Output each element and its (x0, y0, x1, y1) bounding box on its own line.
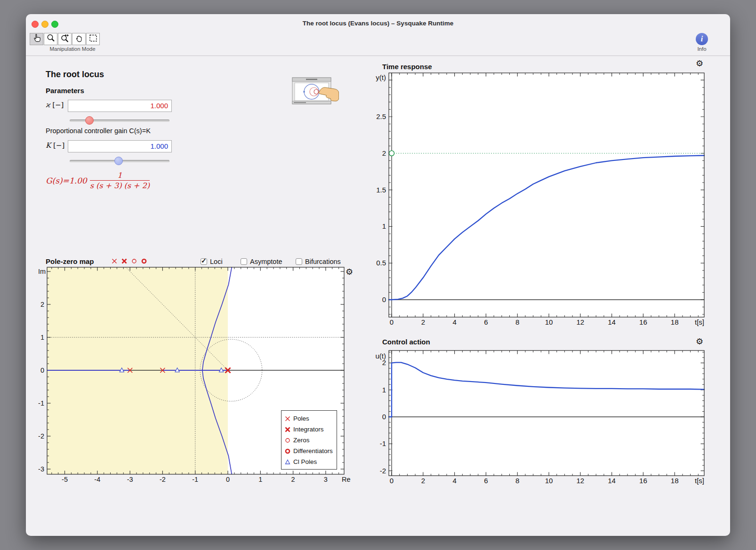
svg-text:Re: Re (342, 476, 351, 483)
info-button[interactable]: i (696, 33, 708, 45)
svg-text:0: 0 (226, 476, 230, 483)
magnifier-arrows-icon (60, 33, 70, 45)
time-response-plot[interactable]: 024681012141618t[s]00.511.522.5y(t) (356, 66, 711, 332)
toolbar-mode-label: Manipulation Mode (42, 46, 103, 52)
info-button-label: Info (696, 46, 708, 52)
differentiator-circle-icon (284, 448, 291, 454)
interactive-plot-hint-image (292, 77, 339, 109)
svg-text:12: 12 (576, 477, 584, 485)
svg-text:4: 4 (452, 477, 456, 485)
window-title: The root locus (Evans locus) – Sysquake … (26, 14, 730, 32)
svg-text:y(t): y(t) (376, 73, 386, 81)
svg-text:0: 0 (40, 367, 44, 374)
pole-zero-legend: Poles Integrators Zeros Differentiators … (281, 410, 337, 470)
page-title: The root locus (46, 70, 104, 80)
svg-text:2.5: 2.5 (376, 112, 386, 120)
k-slider-knob[interactable] (114, 157, 123, 165)
pole-zero-marker-palette (111, 257, 148, 265)
svg-text:14: 14 (608, 318, 616, 326)
app-window: The root locus (Evans locus) – Sysquake … (26, 14, 730, 536)
formula-lhs: G(s)=1.00 (46, 176, 87, 185)
svg-text:0.5: 0.5 (376, 259, 386, 267)
add-pole-button[interactable] (111, 257, 118, 265)
legend-row: Cl Poles (284, 456, 333, 467)
svg-text:2: 2 (291, 476, 295, 483)
svg-text:18: 18 (671, 477, 679, 485)
legend-row: Zeros (284, 435, 333, 446)
svg-text:3: 3 (324, 476, 328, 483)
add-integrator-button[interactable] (121, 257, 128, 265)
svg-text:0: 0 (382, 413, 386, 421)
formula-numerator: 1 (90, 171, 150, 181)
asymptote-checkbox-box[interactable]: ✓ (241, 258, 247, 265)
kappa-slider-track[interactable] (70, 120, 169, 122)
svg-text:10: 10 (545, 477, 553, 485)
svg-text:-2: -2 (38, 432, 44, 440)
legend-row: Differentiators (284, 446, 333, 456)
svg-text:0: 0 (390, 318, 394, 326)
svg-text:4: 4 (452, 318, 456, 326)
k-parameter-label: K [−] (46, 141, 64, 150)
control-action-plot[interactable]: 024681012141618t[s]210-1-2u(t) (356, 335, 711, 493)
checkmark-icon: ✓ (201, 257, 207, 264)
loci-checkbox-box[interactable]: ✓ (201, 258, 207, 265)
setpoint-handle (389, 151, 394, 156)
integrator-x-icon (284, 426, 291, 433)
svg-text:6: 6 (484, 318, 488, 326)
svg-text:1: 1 (40, 334, 44, 341)
svg-text:u(t): u(t) (376, 352, 386, 360)
transfer-function-formula: G(s)=1.00 1 s (s + 3) (s + 2) (46, 171, 150, 190)
svg-text:-1: -1 (38, 399, 44, 407)
k-slider[interactable] (70, 157, 169, 165)
legend-row: Integrators (284, 424, 333, 435)
pointer-tool-button[interactable] (30, 33, 43, 45)
zero-circle-icon (284, 437, 291, 444)
loci-checkbox[interactable]: ✓ Loci (201, 258, 223, 265)
svg-text:1: 1 (258, 476, 262, 483)
svg-text:8: 8 (515, 318, 519, 326)
svg-text:-5: -5 (62, 476, 68, 483)
svg-text:-1: -1 (192, 476, 198, 483)
formula-denominator: s (s + 3) (s + 2) (90, 181, 150, 190)
pan-hand-icon (74, 33, 84, 45)
loci-checkbox-label: Loci (210, 258, 223, 265)
kappa-slider-knob[interactable] (85, 116, 94, 125)
parameters-heading: Parameters (46, 87, 84, 95)
pole-zero-map-title: Pole-zero map (46, 257, 94, 265)
cl-pole-triangle-icon (284, 459, 291, 465)
pointer-hand-icon (32, 33, 41, 45)
svg-text:-2: -2 (160, 476, 166, 483)
svg-text:1.5: 1.5 (376, 186, 386, 194)
kappa-value-field[interactable]: 1.000 (68, 100, 172, 112)
svg-text:-1: -1 (380, 439, 386, 447)
header-separator (26, 56, 730, 56)
svg-text:2: 2 (40, 301, 44, 308)
dashed-selection-icon (88, 33, 98, 45)
magnifier-icon (46, 33, 56, 45)
pan-tool-button[interactable] (72, 33, 86, 45)
svg-text:18: 18 (671, 318, 679, 326)
add-differentiator-button[interactable] (140, 257, 148, 265)
svg-text:2: 2 (421, 318, 425, 326)
asymptote-checkbox[interactable]: ✓ Asymptote (241, 258, 282, 265)
svg-text:8: 8 (515, 477, 519, 485)
bifurcations-checkbox-box[interactable]: ✓ (296, 258, 302, 265)
bifurcations-checkbox[interactable]: ✓ Bifurcations (296, 258, 341, 265)
svg-text:1: 1 (382, 386, 386, 394)
select-region-tool-button[interactable] (86, 33, 100, 45)
svg-text:t[s]: t[s] (695, 318, 704, 326)
gain-description-label: Proportional controller gain C(s)=K (46, 127, 151, 135)
zoom-tool-button[interactable] (44, 33, 57, 45)
k-value-field[interactable]: 1.000 (68, 140, 172, 152)
svg-text:10: 10 (545, 318, 553, 326)
svg-text:Im: Im (38, 268, 46, 275)
kappa-slider[interactable] (70, 116, 169, 125)
svg-text:12: 12 (576, 318, 584, 326)
zoom-x-tool-button[interactable] (58, 33, 72, 45)
svg-text:t[s]: t[s] (695, 477, 704, 485)
add-zero-button[interactable] (130, 257, 138, 265)
legend-row: Poles (284, 413, 333, 424)
asymptote-checkbox-label: Asymptote (250, 258, 282, 265)
title-bar: The root locus (Evans locus) – Sysquake … (26, 14, 730, 32)
svg-text:1: 1 (382, 222, 386, 230)
